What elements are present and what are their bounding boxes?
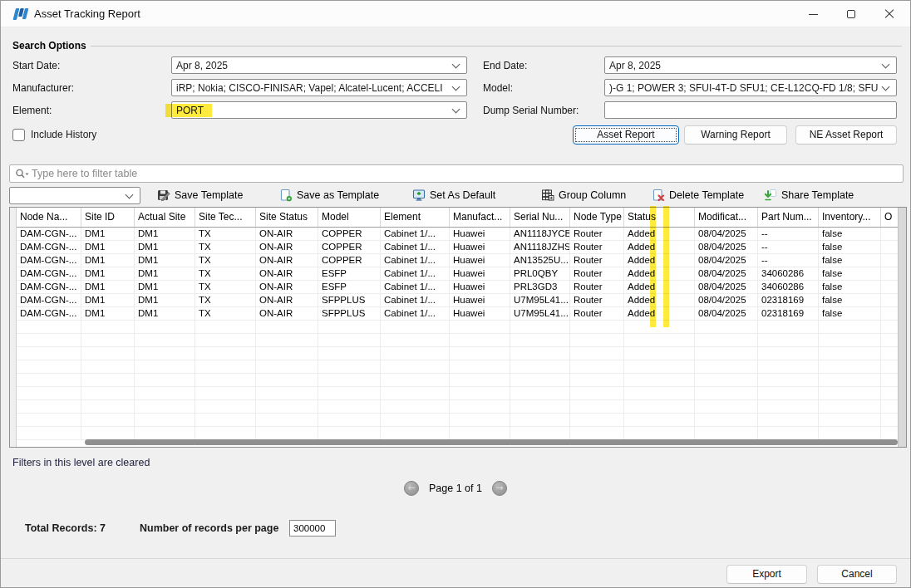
column-header[interactable]: Element: [381, 208, 450, 227]
table-cell: 08/04/2025: [695, 294, 758, 306]
column-header[interactable]: Inventory...: [819, 208, 881, 227]
table-cell: DAM-CGN-...: [17, 294, 81, 306]
dump-serial-field-wrap: [604, 101, 897, 119]
share-template-button[interactable]: Share Template: [764, 187, 854, 203]
table-cell: [17, 400, 81, 413]
table-cell: [318, 334, 381, 346]
save-template-button[interactable]: Save Template: [157, 187, 243, 203]
table-cell: [81, 347, 135, 360]
table-cell: COPPER: [318, 254, 381, 267]
table-cell: [624, 374, 695, 386]
monitor-arrow-icon: [412, 189, 426, 202]
table-row[interactable]: DAM-CGN-...DM1DM1TXON-AIRESFPCabinet 1/.…: [17, 267, 906, 281]
next-page-button[interactable]: →: [492, 481, 507, 496]
include-history-checkbox[interactable]: [12, 129, 25, 141]
vertical-scrollbar[interactable]: [898, 208, 906, 447]
table-filter-input[interactable]: [32, 168, 903, 179]
table-cell: false: [819, 241, 881, 253]
maximize-button[interactable]: [832, 1, 870, 27]
previous-page-button[interactable]: ←: [404, 481, 419, 496]
model-combobox[interactable]: )-G 1; POWER 3; SFUI-4T-D SFU1; CE-L12CQ…: [604, 79, 897, 96]
dump-serial-input[interactable]: [605, 102, 896, 118]
table-row[interactable]: DAM-CGN-...DM1DM1TXON-AIRCOPPERCabinet 1…: [17, 254, 906, 267]
table-cell: [570, 374, 624, 386]
column-header[interactable]: Site ID: [81, 208, 135, 227]
filters-cleared-note: Filters in this level are cleared: [12, 457, 150, 468]
search-icon[interactable]: [15, 169, 29, 179]
table-cell: DM1: [135, 241, 195, 253]
column-header[interactable]: Site Tec...: [195, 208, 256, 227]
table-cell: [570, 427, 624, 439]
table-row[interactable]: DAM-CGN-...DM1DM1TXON-AIRSFPPLUSCabinet …: [17, 307, 906, 321]
table-row-empty: [17, 347, 906, 360]
column-header[interactable]: Status: [624, 208, 695, 227]
include-history-label: Include History: [31, 127, 96, 143]
table-cell: [570, 360, 624, 373]
table-cell: Cabinet 1/...: [381, 267, 450, 280]
column-header[interactable]: Serial Nu...: [510, 208, 570, 227]
table-cell: Added: [624, 228, 695, 240]
column-header[interactable]: Node Type: [570, 208, 624, 227]
page-delete-icon: [652, 189, 665, 202]
table-cell: Huawei: [450, 241, 510, 253]
records-per-page-label: Number of records per page: [140, 522, 278, 534]
table-cell: [318, 374, 381, 386]
start-date-combobox[interactable]: Apr 8, 2025: [171, 56, 467, 74]
ne-asset-report-button[interactable]: NE Asset Report: [795, 125, 897, 145]
table-cell: Router: [570, 254, 624, 267]
cancel-button[interactable]: Cancel: [817, 565, 897, 584]
end-date-combobox[interactable]: Apr 8, 2025: [604, 56, 897, 74]
column-header[interactable]: Manufact...: [450, 208, 510, 227]
column-header[interactable]: Part Num...: [758, 208, 819, 227]
table-cell: Cabinet 1/...: [381, 294, 450, 306]
table-cell: [135, 427, 195, 439]
template-selector-combobox[interactable]: [9, 187, 140, 204]
table-cell: [381, 334, 450, 346]
manufacturer-combobox[interactable]: iRP; Nokia; CISCO-FINISAR; Vapel; Alcate…: [171, 79, 467, 96]
column-header[interactable]: Site Status: [256, 208, 318, 227]
table-cell: DM1: [81, 294, 135, 306]
records-per-page-input[interactable]: [290, 521, 335, 536]
table-row[interactable]: DAM-CGN-...DM1DM1TXON-AIRCOPPERCabinet 1…: [17, 228, 906, 241]
column-header[interactable]: Node Na...: [17, 208, 81, 227]
delete-template-button[interactable]: Delete Template: [652, 187, 744, 203]
table-row[interactable]: DAM-CGN-...DM1DM1TXON-AIRCOPPERCabinet 1…: [17, 241, 906, 254]
table-cell: false: [819, 281, 881, 293]
table-row-empty: [17, 360, 906, 374]
share-arrow-icon: [764, 189, 777, 202]
warning-report-button[interactable]: Warning Report: [684, 125, 787, 145]
set-as-default-button[interactable]: Set As Default: [412, 187, 495, 203]
table-cell: [195, 334, 256, 346]
table-cell: [135, 360, 195, 373]
element-combobox[interactable]: PORT: [171, 101, 467, 119]
save-as-template-button[interactable]: Save as Template: [279, 187, 379, 203]
table-cell: [695, 427, 758, 439]
table-row[interactable]: DAM-CGN-...DM1DM1TXON-AIRESFPCabinet 1/.…: [17, 281, 906, 294]
table-cell: [381, 347, 450, 360]
table-cell: Huawei: [450, 228, 510, 240]
table-cell: [624, 387, 695, 399]
table-cell: [819, 400, 881, 413]
close-button[interactable]: [870, 1, 909, 27]
table-cell: [695, 374, 758, 386]
search-options-title: Search Options: [12, 40, 86, 51]
table-cell: ON-AIR: [256, 267, 318, 280]
table-row[interactable]: DAM-CGN-...DM1DM1TXON-AIRSFPPLUSCabinet …: [17, 294, 906, 307]
column-header[interactable]: Actual Site: [135, 208, 195, 227]
table-cell: TX: [195, 267, 256, 280]
asset-report-button[interactable]: Asset Report: [573, 125, 679, 145]
minimize-button[interactable]: [794, 1, 832, 27]
group-column-button[interactable]: Group Column: [541, 187, 626, 203]
table-cell: [510, 334, 570, 346]
total-records-label: Total Records: 7: [25, 522, 106, 534]
horizontal-scrollbar[interactable]: [85, 439, 898, 445]
start-date-label: Start Date:: [12, 57, 60, 74]
table-body: DAM-CGN-...DM1DM1TXON-AIRCOPPERCabinet 1…: [17, 228, 906, 440]
column-header[interactable]: Model: [318, 208, 381, 227]
table-cell: [819, 321, 881, 333]
table-cell: [17, 374, 81, 386]
table-cell: Added: [624, 241, 695, 253]
table-cell: Huawei: [450, 254, 510, 267]
column-header[interactable]: Modificat...: [695, 208, 758, 227]
export-button[interactable]: Export: [726, 565, 807, 584]
